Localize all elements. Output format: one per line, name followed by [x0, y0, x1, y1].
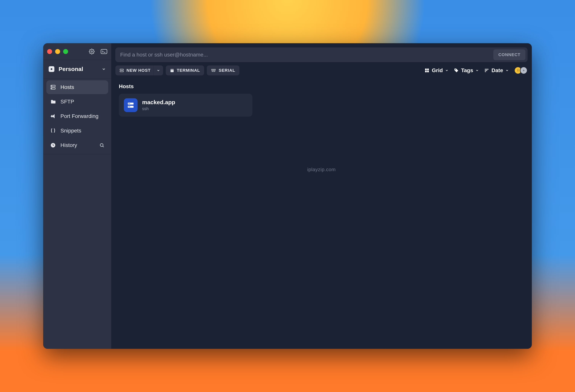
gear-icon	[89, 49, 95, 54]
vault-icon	[49, 66, 54, 72]
add-collaborator-button[interactable]: +	[520, 67, 527, 74]
svg-point-11	[213, 70, 213, 71]
prompt-icon	[101, 49, 107, 54]
toolbar-right: Grid Tags Date I +	[425, 67, 527, 74]
maximize-window-button[interactable]	[63, 49, 68, 54]
serial-icon	[211, 69, 216, 72]
button-label: TERMINAL	[177, 68, 200, 73]
svg-rect-15	[427, 69, 429, 70]
chevron-down-icon	[102, 67, 106, 71]
collaborators[interactable]: I +	[514, 67, 527, 74]
host-server-icon	[124, 98, 138, 112]
new-host-button[interactable]: NEW HOST	[115, 66, 163, 75]
grid-icon	[425, 68, 430, 73]
titlebar	[43, 43, 111, 60]
section-title: Hosts	[119, 83, 524, 90]
watermark-text: iplayzip.com	[307, 167, 335, 172]
search-input[interactable]	[120, 52, 493, 58]
sidebar: Personal Hosts SFTP	[43, 43, 111, 349]
host-protocol: ssh	[142, 106, 175, 111]
sidebar-nav: Hosts SFTP Port Forwarding Snippets	[43, 78, 111, 154]
toolbar: NEW HOST TERMINAL SERIAL Grid	[111, 64, 532, 79]
sidebar-item-label: Port Forwarding	[60, 113, 98, 119]
sidebar-item-label: History	[60, 142, 77, 148]
app-window: Personal Hosts SFTP	[43, 43, 532, 349]
forward-icon	[50, 114, 56, 118]
searchbar: CONNECT	[115, 48, 527, 62]
sidebar-item-label: Hosts	[60, 84, 74, 90]
svg-point-2	[51, 68, 52, 70]
close-window-button[interactable]	[47, 49, 52, 54]
server-icon	[120, 68, 124, 73]
window-controls	[47, 49, 68, 54]
svg-point-8	[100, 144, 103, 146]
svg-rect-17	[427, 71, 429, 72]
svg-point-6	[51, 88, 52, 89]
svg-point-13	[214, 70, 215, 71]
folder-icon	[50, 99, 56, 104]
minimize-window-button[interactable]	[55, 49, 60, 54]
sidebar-divider-3	[43, 154, 111, 154]
svg-rect-14	[425, 69, 427, 70]
svg-rect-24	[129, 106, 130, 107]
tags-label: Tags	[461, 67, 473, 74]
svg-point-0	[91, 51, 93, 52]
search-history-button[interactable]	[99, 143, 104, 148]
view-mode-selector[interactable]: Grid	[425, 67, 449, 74]
svg-rect-9	[120, 69, 123, 70]
host-info: macked.app ssh	[142, 99, 175, 111]
clock-icon	[50, 143, 56, 148]
vault-selector[interactable]: Personal	[43, 60, 111, 78]
terminal-button[interactable]: TERMINAL	[166, 66, 204, 75]
button-label: NEW HOST	[126, 68, 151, 73]
sidebar-item-sftp[interactable]: SFTP	[46, 95, 108, 109]
sort-label: Date	[491, 67, 503, 74]
chevron-down-icon	[445, 69, 449, 72]
chevron-down-icon	[476, 69, 479, 72]
main-pane: CONNECT NEW HOST TERMINAL SERIAL	[111, 43, 532, 349]
search-region: CONNECT	[111, 43, 532, 64]
svg-rect-22	[129, 103, 130, 104]
sidebar-item-label: Snippets	[60, 128, 81, 134]
host-name: macked.app	[142, 99, 175, 105]
connect-button[interactable]: CONNECT	[493, 49, 526, 60]
svg-point-12	[213, 70, 214, 71]
quick-connect-button[interactable]	[100, 48, 107, 55]
view-mode-label: Grid	[432, 67, 443, 74]
terminal-icon	[170, 69, 174, 72]
content: Hosts macked.app ssh iplayzip.com	[111, 79, 532, 349]
sidebar-item-history[interactable]: History	[46, 138, 108, 152]
svg-rect-23	[128, 106, 129, 107]
new-host-dropdown[interactable]	[153, 66, 163, 75]
server-icon	[50, 85, 56, 90]
sidebar-item-snippets[interactable]: Snippets	[46, 124, 108, 138]
code-braces-icon	[50, 128, 56, 133]
svg-rect-21	[128, 103, 129, 104]
sort-icon	[484, 68, 489, 73]
svg-point-18	[455, 69, 456, 70]
svg-rect-16	[425, 71, 427, 72]
host-card[interactable]: macked.app ssh	[119, 94, 252, 117]
tag-icon	[454, 68, 459, 73]
svg-rect-10	[120, 71, 123, 72]
sidebar-item-port-forwarding[interactable]: Port Forwarding	[46, 109, 108, 123]
svg-rect-1	[101, 49, 107, 54]
search-icon	[99, 143, 104, 148]
serial-button[interactable]: SERIAL	[207, 66, 240, 75]
sort-selector[interactable]: Date	[484, 67, 509, 74]
chevron-down-icon	[157, 69, 160, 72]
vault-name: Personal	[59, 66, 97, 72]
sidebar-item-label: SFTP	[60, 99, 74, 105]
tags-filter[interactable]: Tags	[454, 67, 479, 74]
sidebar-item-hosts[interactable]: Hosts	[46, 80, 108, 94]
chevron-down-icon	[505, 69, 509, 72]
svg-point-5	[51, 86, 52, 86]
button-label: SERIAL	[219, 68, 235, 73]
settings-button[interactable]	[88, 48, 95, 55]
